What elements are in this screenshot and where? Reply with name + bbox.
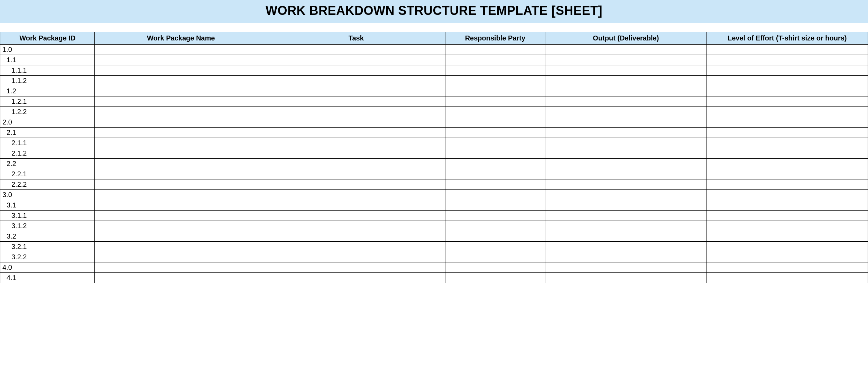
cell-work-package-id[interactable]: 2.1.2: [0, 148, 95, 159]
cell-party[interactable]: [445, 179, 545, 190]
cell-task[interactable]: [267, 117, 445, 128]
cell-output[interactable]: [545, 242, 707, 252]
cell-task[interactable]: [267, 273, 445, 283]
cell-name[interactable]: [95, 159, 267, 169]
cell-task[interactable]: [267, 86, 445, 96]
cell-output[interactable]: [545, 179, 707, 190]
cell-output[interactable]: [545, 159, 707, 169]
cell-effort[interactable]: [707, 55, 868, 65]
cell-task[interactable]: [267, 128, 445, 138]
cell-effort[interactable]: [707, 96, 868, 107]
cell-work-package-id[interactable]: 2.0: [0, 117, 95, 128]
cell-party[interactable]: [445, 148, 545, 159]
cell-name[interactable]: [95, 117, 267, 128]
cell-output[interactable]: [545, 221, 707, 231]
cell-effort[interactable]: [707, 159, 868, 169]
cell-party[interactable]: [445, 273, 545, 283]
cell-work-package-id[interactable]: 4.1: [0, 273, 95, 283]
cell-party[interactable]: [445, 128, 545, 138]
cell-task[interactable]: [267, 138, 445, 148]
cell-work-package-id[interactable]: 3.1.2: [0, 221, 95, 231]
cell-task[interactable]: [267, 252, 445, 262]
cell-party[interactable]: [445, 211, 545, 221]
cell-task[interactable]: [267, 221, 445, 231]
cell-task[interactable]: [267, 148, 445, 159]
cell-output[interactable]: [545, 117, 707, 128]
cell-output[interactable]: [545, 200, 707, 211]
cell-task[interactable]: [267, 107, 445, 117]
cell-work-package-id[interactable]: 3.2.1: [0, 242, 95, 252]
cell-effort[interactable]: [707, 179, 868, 190]
cell-party[interactable]: [445, 159, 545, 169]
cell-effort[interactable]: [707, 45, 868, 55]
cell-party[interactable]: [445, 252, 545, 262]
cell-party[interactable]: [445, 117, 545, 128]
cell-party[interactable]: [445, 65, 545, 76]
cell-output[interactable]: [545, 262, 707, 273]
cell-name[interactable]: [95, 96, 267, 107]
cell-party[interactable]: [445, 76, 545, 86]
cell-name[interactable]: [95, 148, 267, 159]
cell-work-package-id[interactable]: 1.1.1: [0, 65, 95, 76]
cell-name[interactable]: [95, 138, 267, 148]
cell-name[interactable]: [95, 273, 267, 283]
cell-output[interactable]: [545, 138, 707, 148]
cell-effort[interactable]: [707, 190, 868, 200]
cell-effort[interactable]: [707, 128, 868, 138]
cell-party[interactable]: [445, 262, 545, 273]
cell-name[interactable]: [95, 86, 267, 96]
cell-work-package-id[interactable]: 2.2.2: [0, 179, 95, 190]
cell-output[interactable]: [545, 169, 707, 179]
cell-task[interactable]: [267, 262, 445, 273]
cell-work-package-id[interactable]: 2.1.1: [0, 138, 95, 148]
cell-effort[interactable]: [707, 86, 868, 96]
cell-party[interactable]: [445, 200, 545, 211]
cell-work-package-id[interactable]: 3.2.2: [0, 252, 95, 262]
cell-name[interactable]: [95, 252, 267, 262]
cell-effort[interactable]: [707, 138, 868, 148]
cell-output[interactable]: [545, 211, 707, 221]
cell-effort[interactable]: [707, 169, 868, 179]
cell-output[interactable]: [545, 128, 707, 138]
cell-output[interactable]: [545, 273, 707, 283]
cell-work-package-id[interactable]: 2.1: [0, 128, 95, 138]
cell-work-package-id[interactable]: 4.0: [0, 262, 95, 273]
cell-party[interactable]: [445, 190, 545, 200]
cell-output[interactable]: [545, 252, 707, 262]
cell-work-package-id[interactable]: 3.1: [0, 200, 95, 211]
cell-effort[interactable]: [707, 211, 868, 221]
cell-name[interactable]: [95, 221, 267, 231]
cell-task[interactable]: [267, 190, 445, 200]
cell-work-package-id[interactable]: 3.2: [0, 231, 95, 242]
cell-party[interactable]: [445, 138, 545, 148]
cell-work-package-id[interactable]: 1.0: [0, 45, 95, 55]
cell-name[interactable]: [95, 169, 267, 179]
cell-effort[interactable]: [707, 231, 868, 242]
cell-name[interactable]: [95, 45, 267, 55]
cell-name[interactable]: [95, 65, 267, 76]
cell-name[interactable]: [95, 128, 267, 138]
cell-output[interactable]: [545, 107, 707, 117]
cell-effort[interactable]: [707, 65, 868, 76]
cell-task[interactable]: [267, 211, 445, 221]
cell-output[interactable]: [545, 148, 707, 159]
cell-name[interactable]: [95, 107, 267, 117]
cell-work-package-id[interactable]: 3.0: [0, 190, 95, 200]
cell-output[interactable]: [545, 96, 707, 107]
cell-work-package-id[interactable]: 2.2: [0, 159, 95, 169]
cell-party[interactable]: [445, 86, 545, 96]
cell-effort[interactable]: [707, 148, 868, 159]
cell-output[interactable]: [545, 190, 707, 200]
cell-output[interactable]: [545, 55, 707, 65]
cell-task[interactable]: [267, 65, 445, 76]
cell-name[interactable]: [95, 76, 267, 86]
cell-task[interactable]: [267, 169, 445, 179]
cell-party[interactable]: [445, 55, 545, 65]
cell-effort[interactable]: [707, 76, 868, 86]
cell-work-package-id[interactable]: 1.1.2: [0, 76, 95, 86]
cell-effort[interactable]: [707, 107, 868, 117]
cell-task[interactable]: [267, 231, 445, 242]
cell-task[interactable]: [267, 179, 445, 190]
cell-task[interactable]: [267, 76, 445, 86]
cell-party[interactable]: [445, 45, 545, 55]
